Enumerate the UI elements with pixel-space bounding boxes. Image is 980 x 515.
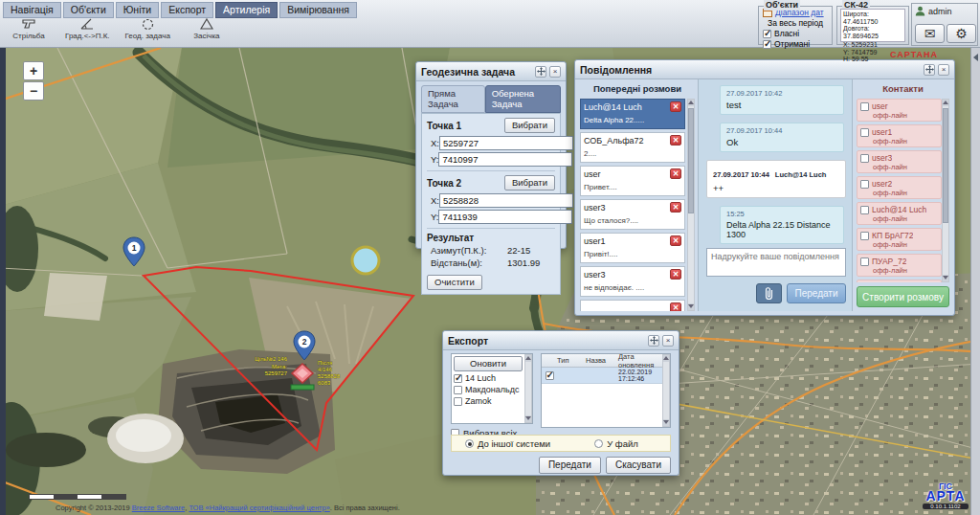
refresh-button[interactable]: Оновити xyxy=(454,356,523,371)
export-item-checkbox[interactable] xyxy=(454,386,462,394)
contact-status: офф-лайн xyxy=(873,189,938,197)
geodesic-dialog-header[interactable]: Геодезична задача × xyxy=(416,62,566,81)
export-table-row[interactable]: 22.02.2019 17:12:46 xyxy=(542,368,670,384)
user-row[interactable]: admin xyxy=(912,4,977,18)
close-icon[interactable]: × xyxy=(662,335,674,347)
radio-to-system-control[interactable] xyxy=(465,439,474,448)
copyright-text: . Всі права захищені. xyxy=(330,504,400,512)
tool-label: Геод. задача xyxy=(125,32,170,40)
delete-conversation-icon[interactable]: ✕ xyxy=(670,101,681,112)
contact-item[interactable]: user3 офф-лайн xyxy=(857,150,942,173)
export-list-scrollbar[interactable] xyxy=(524,354,532,423)
menu-tab-objects[interactable]: Об'єкти xyxy=(63,2,114,18)
contact-checkbox[interactable] xyxy=(860,232,869,240)
export-table-scrollbar[interactable] xyxy=(662,354,670,427)
radio-to-file-control[interactable] xyxy=(594,439,603,448)
received-checkbox[interactable] xyxy=(763,40,771,49)
menu-tab-units[interactable]: Юніти xyxy=(116,2,159,18)
close-icon[interactable]: × xyxy=(549,66,561,78)
contact-item[interactable]: user офф-лайн xyxy=(857,99,942,122)
contact-item[interactable]: Luch@14 Luch офф-лайн xyxy=(857,202,942,225)
export-cancel-button[interactable]: Скасувати xyxy=(606,457,671,474)
tab-inverse-task[interactable]: Обернена Задача xyxy=(485,85,561,113)
contact-checkbox[interactable] xyxy=(860,180,869,189)
settings-button[interactable]: ⚙ xyxy=(947,24,976,43)
menu-tab-export[interactable]: Експорт xyxy=(161,2,213,18)
copyright-link-center[interactable]: ТОВ «Найкращий сертифікаційний центр» xyxy=(189,504,329,512)
mail-button[interactable]: ✉ xyxy=(915,24,945,43)
delete-conversation-icon[interactable]: ✕ xyxy=(670,302,681,311)
send-message-button[interactable]: Передати xyxy=(787,283,846,303)
delete-conversation-icon[interactable]: ✕ xyxy=(670,269,681,280)
contact-checkbox[interactable] xyxy=(860,206,869,214)
conversations-scrollbar[interactable] xyxy=(687,99,695,311)
delete-conversation-icon[interactable]: ✕ xyxy=(670,168,681,179)
conversation-item[interactable]: user1✕ Привіт!.... xyxy=(580,233,685,263)
contact-item-partial[interactable]: ПУ_БРМ_-6 xyxy=(857,280,942,282)
contact-item[interactable]: user1 офф-лайн xyxy=(857,124,942,147)
conversation-preview: Привет.... xyxy=(584,183,681,191)
radio-to-file[interactable]: У файл xyxy=(594,438,638,449)
zoom-out-button[interactable]: − xyxy=(23,81,44,101)
delete-conversation-icon[interactable]: ✕ xyxy=(670,202,681,213)
contact-item[interactable]: КП БрАГ72 офф-лайн xyxy=(857,228,942,251)
pin-window-icon[interactable] xyxy=(648,335,659,347)
message-input[interactable] xyxy=(706,248,846,277)
export-item-checkbox[interactable] xyxy=(454,374,462,383)
contacts-scrollbar[interactable] xyxy=(942,99,949,282)
tab-direct-task[interactable]: Пряма Задача xyxy=(421,85,485,113)
create-conversation-button[interactable]: Створити розмову xyxy=(857,286,949,307)
export-destination-row: До іншої системи У файл xyxy=(451,435,671,452)
conversation-item[interactable]: СОБ_Альфа72✕ 2.... xyxy=(580,132,685,163)
contact-item[interactable]: user2 офф-лайн xyxy=(857,176,942,199)
export-item[interactable]: 14 Luch xyxy=(452,373,532,385)
copyright-link-breeze[interactable]: Breeze Software xyxy=(132,504,185,512)
messages-panel-header[interactable]: Повідомлення × xyxy=(575,60,954,79)
menu-tab-measure[interactable]: Вимірювання xyxy=(279,2,357,18)
export-item[interactable]: Zamok xyxy=(452,396,532,408)
tool-shooting[interactable]: Стрільба xyxy=(8,17,50,40)
close-icon[interactable]: × xyxy=(938,64,949,76)
conversation-preview: 2.... xyxy=(584,149,681,158)
delete-conversation-icon[interactable]: ✕ xyxy=(670,235,681,246)
point1-choose-button[interactable]: Вибрати xyxy=(504,118,555,133)
menu-tab-artillery[interactable]: Артилерія xyxy=(215,2,278,18)
tool-grad-pk[interactable]: Град.<->П.К. xyxy=(65,17,110,40)
tool-geodesic-task[interactable]: Геод. задача xyxy=(125,17,170,40)
zoom-in-button[interactable]: + xyxy=(23,61,44,80)
row-checkbox[interactable] xyxy=(546,371,554,380)
contact-name: КП БрАГ72 xyxy=(872,231,913,240)
contact-checkbox[interactable] xyxy=(860,154,869,163)
delete-conversation-icon[interactable]: ✕ xyxy=(670,135,681,146)
pin-window-icon[interactable] xyxy=(924,64,935,76)
point2-x-input[interactable] xyxy=(439,193,573,208)
contact-item[interactable]: ПУАР_72 офф-лайн xyxy=(857,254,942,277)
export-item-checkbox[interactable] xyxy=(454,397,462,406)
point2-y-input[interactable] xyxy=(438,210,572,224)
side-panel-collapsed[interactable] xyxy=(970,48,980,515)
conversation-item[interactable]: user3✕ Що сталося?.... xyxy=(580,199,685,230)
scale-bar xyxy=(29,494,126,500)
tool-intersection[interactable]: Засічка xyxy=(186,17,228,40)
export-dialog-header[interactable]: Експорт × xyxy=(443,331,679,350)
conversation-item[interactable]: user✕ Привет.... xyxy=(580,166,685,196)
contact-checkbox[interactable] xyxy=(860,258,869,266)
point1-label: Точка 1 xyxy=(427,121,504,131)
export-send-button[interactable]: Передати xyxy=(539,457,601,474)
pin-window-icon[interactable] xyxy=(535,66,546,78)
conversation-item[interactable]: user3✕ не відповідає. .... xyxy=(580,266,685,297)
radio-to-system[interactable]: До іншої системи xyxy=(465,438,550,449)
contact-checkbox[interactable] xyxy=(860,128,869,137)
contact-checkbox[interactable] xyxy=(860,102,869,111)
own-checkbox[interactable] xyxy=(763,30,771,38)
attach-button[interactable] xyxy=(756,283,782,303)
position-circle-marker[interactable] xyxy=(352,247,379,274)
conversation-item-partial[interactable]: ✕ xyxy=(580,300,685,311)
conversation-item[interactable]: Luch@14 Luch✕ Delta Alpha 22..... xyxy=(580,99,685,129)
export-item[interactable]: Макдональдс xyxy=(452,385,532,396)
point1-x-input[interactable] xyxy=(439,136,573,150)
point1-y-input[interactable] xyxy=(438,152,572,167)
clear-button[interactable]: Очистити xyxy=(427,275,482,290)
menu-tab-navigation[interactable]: Навігація xyxy=(3,2,61,18)
point2-choose-button[interactable]: Вибрати xyxy=(504,175,555,190)
